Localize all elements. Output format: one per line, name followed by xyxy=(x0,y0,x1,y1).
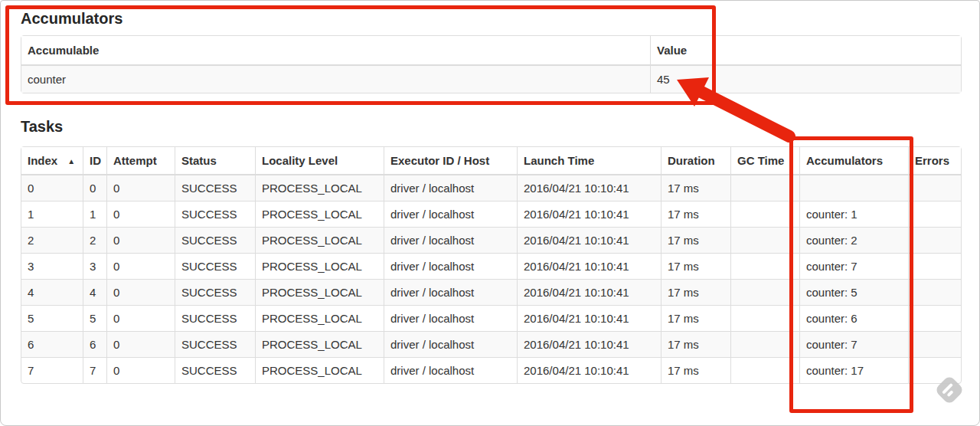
table-cell: 1 xyxy=(21,202,83,228)
table-cell: 17 ms xyxy=(662,358,731,383)
table-cell: SUCCESS xyxy=(175,358,256,383)
table-cell: driver / localhost xyxy=(384,228,518,254)
accumulators-table-head: Accumulable Value xyxy=(21,36,961,66)
table-row: 660SUCCESSPROCESS_LOCALdriver / localhos… xyxy=(21,332,961,358)
table-cell: 6 xyxy=(21,332,83,358)
table-cell: 0 xyxy=(21,175,83,202)
table-cell xyxy=(731,254,800,280)
accumulators-table: Accumulable Value counter45 xyxy=(21,35,962,93)
table-cell xyxy=(731,175,800,202)
table-cell: 17 ms xyxy=(662,306,731,332)
table-cell xyxy=(800,175,909,202)
table-cell: 2016/04/21 10:10:41 xyxy=(518,332,662,358)
table-row: 330SUCCESSPROCESS_LOCALdriver / localhos… xyxy=(21,254,961,280)
table-row: counter45 xyxy=(21,66,961,93)
table-cell: 2016/04/21 10:10:41 xyxy=(518,228,662,254)
column-header-launch-time[interactable]: Launch Time xyxy=(518,147,662,175)
table-cell xyxy=(909,358,961,383)
table-cell: 17 ms xyxy=(662,228,731,254)
table-row: 550SUCCESSPROCESS_LOCALdriver / localhos… xyxy=(21,306,961,332)
table-cell: counter xyxy=(21,66,651,93)
table-cell xyxy=(909,202,961,228)
table-cell: 3 xyxy=(21,254,83,280)
table-cell: 2016/04/21 10:10:41 xyxy=(518,358,662,383)
table-row: 220SUCCESSPROCESS_LOCALdriver / localhos… xyxy=(21,228,961,254)
column-header-errors[interactable]: Errors xyxy=(909,147,961,175)
table-cell: 6 xyxy=(83,332,107,358)
table-cell: counter: 6 xyxy=(800,306,909,332)
table-cell xyxy=(909,175,961,202)
accumulators-section-title: Accumulators xyxy=(21,9,979,28)
spark-ui-page: { "accumulators_section": { "title": "Ac… xyxy=(0,0,980,426)
table-cell: 5 xyxy=(21,306,83,332)
table-cell: counter: 7 xyxy=(800,332,909,358)
table-cell: 4 xyxy=(21,280,83,306)
column-header-value: Value xyxy=(651,36,961,66)
table-cell: 7 xyxy=(21,358,83,383)
table-header-row: Accumulable Value xyxy=(21,36,961,66)
table-cell: 17 ms xyxy=(662,254,731,280)
column-header-locality-level[interactable]: Locality Level xyxy=(256,147,384,175)
table-cell xyxy=(909,228,961,254)
tasks-table-head: Index▲ ID Attempt Status Locality Level … xyxy=(21,147,961,175)
table-cell xyxy=(731,332,800,358)
table-cell: driver / localhost xyxy=(384,358,518,383)
column-header-index[interactable]: Index▲ xyxy=(21,147,83,175)
table-cell: driver / localhost xyxy=(384,280,518,306)
table-cell: PROCESS_LOCAL xyxy=(256,306,384,332)
table-cell xyxy=(909,306,961,332)
table-cell: 17 ms xyxy=(662,332,731,358)
table-cell: 0 xyxy=(107,332,175,358)
table-cell: 17 ms xyxy=(662,202,731,228)
table-cell: PROCESS_LOCAL xyxy=(256,228,384,254)
table-cell: 17 ms xyxy=(662,175,731,202)
table-cell: 2016/04/21 10:10:41 xyxy=(518,254,662,280)
table-cell: counter: 17 xyxy=(800,358,909,383)
table-cell xyxy=(731,280,800,306)
table-cell: PROCESS_LOCAL xyxy=(256,254,384,280)
table-cell xyxy=(909,254,961,280)
table-cell xyxy=(909,280,961,306)
column-header-index-label: Index xyxy=(28,154,57,167)
table-cell: SUCCESS xyxy=(175,280,256,306)
table-cell: PROCESS_LOCAL xyxy=(256,175,384,202)
table-cell: SUCCESS xyxy=(175,306,256,332)
table-cell: 45 xyxy=(651,66,961,93)
table-cell: 2016/04/21 10:10:41 xyxy=(518,202,662,228)
table-cell: counter: 7 xyxy=(800,254,909,280)
table-cell: 2016/04/21 10:10:41 xyxy=(518,306,662,332)
table-cell: driver / localhost xyxy=(384,254,518,280)
table-cell xyxy=(731,202,800,228)
column-header-accumulable: Accumulable xyxy=(21,36,651,66)
table-cell: 4 xyxy=(83,280,107,306)
table-cell: SUCCESS xyxy=(175,175,256,202)
table-cell: 0 xyxy=(107,358,175,383)
sort-ascending-icon: ▲ xyxy=(67,157,75,165)
column-header-attempt[interactable]: Attempt xyxy=(107,147,175,175)
table-cell: 2 xyxy=(83,228,107,254)
table-cell: 0 xyxy=(107,228,175,254)
table-cell: SUCCESS xyxy=(175,228,256,254)
table-cell: 0 xyxy=(107,280,175,306)
table-cell: SUCCESS xyxy=(175,332,256,358)
table-cell: 2016/04/21 10:10:41 xyxy=(518,280,662,306)
table-cell xyxy=(731,358,800,383)
column-header-gc-time[interactable]: GC Time xyxy=(731,147,800,175)
table-row: 110SUCCESSPROCESS_LOCALdriver / localhos… xyxy=(21,202,961,228)
watermark-stripe xyxy=(946,390,953,397)
tasks-table-body: 000SUCCESSPROCESS_LOCALdriver / localhos… xyxy=(21,175,961,383)
column-header-accumulators[interactable]: Accumulators xyxy=(800,147,909,175)
table-cell: counter: 1 xyxy=(800,202,909,228)
table-cell: 0 xyxy=(107,175,175,202)
table-cell: 2 xyxy=(21,228,83,254)
column-header-duration[interactable]: Duration xyxy=(662,147,731,175)
column-header-status[interactable]: Status xyxy=(175,147,256,175)
watermark-stripe xyxy=(942,383,953,395)
column-header-id[interactable]: ID xyxy=(83,147,107,175)
table-cell: PROCESS_LOCAL xyxy=(256,358,384,383)
table-cell: driver / localhost xyxy=(384,332,518,358)
table-cell: 0 xyxy=(83,175,107,202)
table-cell: driver / localhost xyxy=(384,202,518,228)
column-header-executor-id-host[interactable]: Executor ID / Host xyxy=(384,147,518,175)
table-cell: 2016/04/21 10:10:41 xyxy=(518,175,662,202)
